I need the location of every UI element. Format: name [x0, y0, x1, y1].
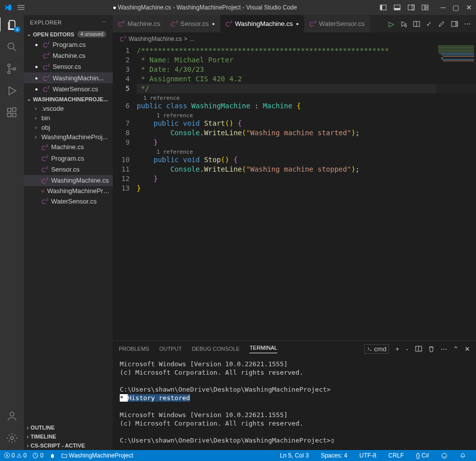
editor-tab[interactable]: C♯WashingMachine.cs●	[221, 15, 304, 32]
more-icon[interactable]: ⋯	[464, 20, 471, 28]
sidebar: EXPLORER ⋯ ⌄ OPEN EDITORS 4 unsaved ●C♯P…	[24, 15, 113, 450]
history-restored: History restored	[128, 394, 190, 402]
editor-tab[interactable]: C♯WaterSensor.cs	[304, 15, 370, 32]
folder-item[interactable]: ›.vscode	[24, 104, 113, 113]
status-encoding[interactable]: UTF-8	[359, 452, 376, 459]
hamburger-menu-icon[interactable]	[17, 3, 25, 11]
open-editor-item[interactable]: ●C♯WaterSensor.cs	[24, 83, 113, 94]
svg-rect-3	[394, 8, 400, 10]
csscript-header[interactable]: ›CS-SCRIPT - ACTIVE	[24, 441, 113, 450]
status-eol[interactable]: CRLF	[388, 452, 404, 459]
minimap[interactable]	[436, 45, 476, 340]
panel-left-icon[interactable]	[380, 4, 387, 11]
editor-tab[interactable]: C♯Sensor.cs●	[166, 15, 221, 32]
trash-icon[interactable]	[428, 346, 435, 352]
file-item[interactable]: C♯Program.cs	[24, 153, 113, 164]
svg-point-11	[8, 71, 10, 74]
sidebar-more-icon[interactable]: ⋯	[101, 19, 107, 25]
layout-icon[interactable]	[422, 4, 429, 11]
activitybar: 4	[0, 15, 24, 450]
status-project[interactable]: WashingMachineProject	[61, 452, 133, 459]
tabs: C♯Machine.csC♯Sensor.cs●C♯WashingMachine…	[113, 15, 476, 32]
status-port[interactable]: 0	[32, 452, 43, 459]
output-tab[interactable]: OUTPUT	[159, 346, 182, 352]
status-feedback-icon[interactable]	[441, 452, 448, 459]
file-item[interactable]: ⟐WashingMachineProj...	[24, 186, 113, 196]
svg-point-18	[10, 437, 13, 440]
split-icon[interactable]	[413, 20, 420, 27]
svg-rect-16	[12, 108, 16, 111]
split-right-icon[interactable]	[451, 20, 458, 27]
status-spaces[interactable]: Spaces: 4	[321, 452, 347, 459]
edit-icon[interactable]	[438, 20, 445, 27]
file-item[interactable]: ›WashingMachineProj...	[24, 132, 113, 142]
svg-rect-7	[426, 5, 428, 7]
accounts-icon[interactable]	[6, 410, 18, 422]
extensions-icon[interactable]	[6, 107, 18, 119]
svg-rect-4	[408, 5, 414, 10]
statusbar: ⓧ 0 ⚠ 0 0 WashingMachineProject Ln 5, Co…	[0, 450, 476, 461]
status-bell-icon[interactable]	[460, 452, 466, 459]
check-icon[interactable]: ✓	[426, 20, 432, 28]
sidebar-title: EXPLORER	[30, 19, 62, 25]
folder-item[interactable]: ›bin	[24, 113, 113, 123]
problems-tab[interactable]: PROBLEMS	[119, 346, 149, 352]
status-flame-icon[interactable]	[49, 453, 55, 459]
editor-tab[interactable]: C♯Machine.cs	[113, 15, 166, 32]
open-editor-item[interactable]: C♯Machine.cs	[24, 50, 113, 61]
panel: PROBLEMS OUTPUT DEBUG CONSOLE TERMINAL c…	[113, 340, 476, 450]
svg-rect-5	[412, 5, 414, 10]
open-editors-header[interactable]: ⌄ OPEN EDITORS 4 unsaved	[24, 29, 113, 39]
code-editor[interactable]: 12345678910111213 /*********************…	[113, 45, 476, 340]
run-icon[interactable]: ▷	[389, 20, 394, 28]
svg-point-9	[8, 43, 14, 49]
status-lang[interactable]: {} C#	[416, 452, 429, 459]
window-title: ●WashingMachine.cs - WashingMachineProje…	[30, 4, 380, 11]
debug-console-tab[interactable]: DEBUG CONSOLE	[192, 346, 239, 352]
settings-gear-icon[interactable]	[6, 432, 18, 444]
editor-group: C♯Machine.csC♯Sensor.cs●C♯WashingMachine…	[113, 15, 476, 450]
explorer-icon[interactable]: 4	[6, 19, 18, 31]
breadcrumb[interactable]: C♯ WashingMachine.cs > ...	[113, 32, 476, 45]
open-editor-item[interactable]: ●C♯Program.cs	[24, 39, 113, 50]
terminal-profile[interactable]: cmd	[364, 344, 390, 354]
folder-item[interactable]: ›obj	[24, 123, 113, 132]
svg-rect-6	[422, 5, 425, 10]
panel-more-icon[interactable]: ⋯	[441, 345, 447, 353]
debug-icon[interactable]	[400, 20, 407, 27]
panel-close-icon[interactable]: ✕	[465, 345, 470, 353]
unsaved-badge: 4 unsaved	[77, 31, 106, 37]
terminal-tab[interactable]: TERMINAL	[249, 345, 277, 353]
svg-rect-13	[7, 108, 11, 112]
chevron-down-icon: ⌄	[27, 96, 31, 102]
open-editor-item[interactable]: ●C♯Sensor.cs	[24, 61, 113, 72]
file-item[interactable]: C♯WaterSensor.cs	[24, 196, 113, 207]
project-header[interactable]: ⌄ WASHINGMACHINEPROJE...	[24, 95, 113, 104]
status-errors[interactable]: ⓧ 0 ⚠ 0	[4, 452, 26, 460]
file-item[interactable]: C♯Machine.cs	[24, 142, 113, 153]
open-editor-item[interactable]: ●C♯WashingMachin...	[24, 72, 113, 83]
panel-bottom-icon[interactable]	[394, 4, 401, 11]
source-control-icon[interactable]	[6, 63, 18, 75]
outline-header[interactable]: ›OUTLINE	[24, 423, 113, 432]
panel-right-icon[interactable]	[408, 4, 415, 11]
search-icon[interactable]	[6, 41, 18, 53]
file-item[interactable]: C♯Sensor.cs	[24, 164, 113, 175]
timeline-header[interactable]: ›TIMELINE	[24, 432, 113, 441]
terminal-output[interactable]: Microsoft Windows [Version 10.0.22621.15…	[113, 357, 476, 450]
new-terminal-icon[interactable]: +	[395, 345, 399, 353]
status-lncol[interactable]: Ln 5, Col 3	[280, 452, 309, 459]
minimize-icon[interactable]: ─	[441, 3, 446, 11]
terminal-dropdown-icon[interactable]: ⌄	[405, 346, 409, 351]
chevron-down-icon: ⌄	[27, 31, 31, 37]
file-item[interactable]: C♯WashingMachine.cs	[24, 175, 113, 186]
split-terminal-icon[interactable]	[415, 345, 422, 352]
svg-rect-14	[7, 113, 11, 117]
csharp-icon: C♯	[120, 34, 127, 43]
titlebar: ●WashingMachine.cs - WashingMachineProje…	[0, 0, 476, 15]
panel-maximize-icon[interactable]: ⌃	[453, 345, 459, 353]
maximize-icon[interactable]: ▢	[453, 3, 459, 11]
svg-point-19	[405, 25, 407, 27]
close-icon[interactable]: ✕	[466, 3, 472, 11]
run-debug-icon[interactable]	[6, 85, 18, 97]
